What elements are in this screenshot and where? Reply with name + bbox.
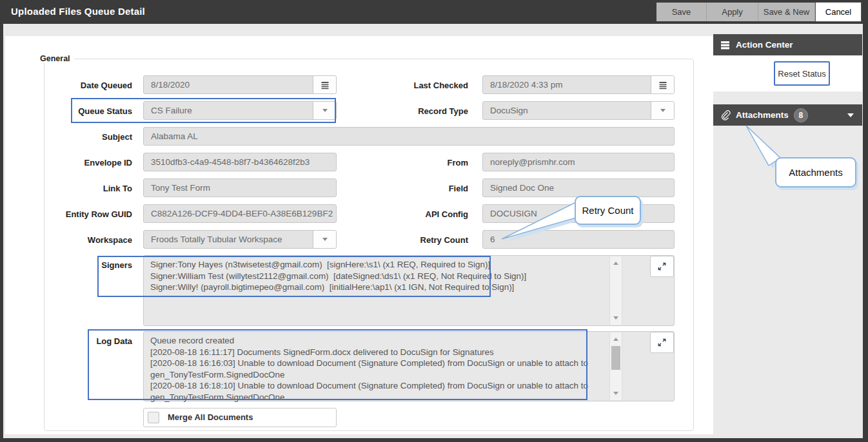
window-bottom-border xyxy=(0,438,868,442)
signers-label: Signers xyxy=(42,260,132,270)
last-checked-value[interactable]: 8/18/2020 4:33 pm xyxy=(483,76,651,93)
merge-all-documents-row: Merge All Documents xyxy=(143,408,337,427)
record-type-label: Record Type xyxy=(378,106,468,116)
expand-icon xyxy=(657,262,667,271)
subject-label: Subject xyxy=(42,132,132,142)
paperclip-icon xyxy=(720,110,731,120)
queue-status-label: Queue Status xyxy=(42,106,132,116)
log-data-text: Queue record created [2020-08-18 16:11:1… xyxy=(150,335,600,403)
chevron-down-icon[interactable] xyxy=(847,113,854,117)
scroll-down-icon[interactable] xyxy=(613,392,618,395)
titlebar: Uploaded Files Queue Detail Save Apply S… xyxy=(0,0,868,24)
date-queued-label: Date Queued xyxy=(42,81,132,90)
attachments-title: Attachments xyxy=(736,110,789,120)
chevron-down-icon xyxy=(322,109,328,112)
reset-status-button[interactable]: Reset Status xyxy=(774,61,830,86)
general-legend: General xyxy=(36,54,74,63)
expand-icon xyxy=(657,338,667,347)
workspace-dropdown-button[interactable] xyxy=(313,231,336,248)
action-center-title: Action Center xyxy=(736,40,793,50)
field-label: Field xyxy=(378,184,468,193)
merge-all-documents-label: Merge All Documents xyxy=(168,408,253,427)
window-right-border xyxy=(863,0,868,442)
record-type-dropdown-button[interactable] xyxy=(651,102,674,119)
link-to-input[interactable]: Tony Test Form xyxy=(143,178,337,197)
from-label: From xyxy=(378,158,468,168)
queue-status-value: CS Failure xyxy=(144,102,313,119)
apply-button[interactable]: Apply xyxy=(707,3,758,21)
signers-scrollbar[interactable] xyxy=(609,256,622,325)
field-input[interactable]: Signed Doc One xyxy=(482,178,675,197)
retry-count-label: Retry Count xyxy=(378,235,468,245)
uploaded-files-queue-detail-window: Uploaded Files Queue Detail Save Apply S… xyxy=(0,0,868,442)
record-type-value: DocuSign xyxy=(483,102,651,119)
link-to-label: Link To xyxy=(42,184,132,193)
calendar-icon xyxy=(320,80,330,90)
last-checked-calendar-button[interactable] xyxy=(651,76,674,93)
merge-all-documents-checkbox[interactable] xyxy=(148,412,159,423)
envelope-id-input[interactable]: 3510dfb3-c4a9-4548-b8f7-b4364628f2b3 xyxy=(143,153,337,171)
subject-input[interactable]: Alabama AL xyxy=(143,127,675,146)
signers-textarea[interactable]: Signer:Tony Hayes (n3twisetest@gmail.com… xyxy=(143,255,675,326)
action-center-icon xyxy=(720,40,731,50)
page-title: Uploaded Files Queue Detail xyxy=(11,6,145,17)
signers-text: Signer:Tony Hayes (n3twisetest@gmail.com… xyxy=(150,259,600,293)
workspace-label: Workspace xyxy=(42,235,132,245)
retry-count-callout-tail xyxy=(498,200,579,244)
window-left-border xyxy=(0,0,3,442)
attachments-header[interactable]: Attachments 8 xyxy=(713,104,862,126)
queue-status-dropdown-button[interactable] xyxy=(313,102,336,119)
chevron-down-icon xyxy=(660,109,666,112)
workspace-value: Froods Totally Tubular Workspace xyxy=(144,231,313,248)
date-queued-calendar-button[interactable] xyxy=(313,76,336,93)
calendar-icon xyxy=(658,80,668,90)
log-data-scrollbar[interactable] xyxy=(609,332,622,400)
scroll-down-icon[interactable] xyxy=(613,316,618,320)
date-queued-value[interactable]: 8/18/2020 xyxy=(144,76,313,93)
last-checked-label: Last Checked xyxy=(378,81,468,90)
record-type-dropdown[interactable]: DocuSign xyxy=(482,101,675,120)
log-data-textarea[interactable]: Queue record created [2020-08-18 16:11:1… xyxy=(143,331,675,401)
save-and-new-button[interactable]: Save & New xyxy=(758,3,815,21)
date-queued-field: 8/18/2020 xyxy=(143,75,337,94)
retry-count-callout: Retry Count xyxy=(575,196,641,225)
signers-expand-button[interactable] xyxy=(650,256,674,277)
scroll-up-icon[interactable] xyxy=(613,338,618,341)
action-center-header: Action Center xyxy=(713,34,862,55)
log-data-expand-button[interactable] xyxy=(650,332,674,353)
scroll-up-icon[interactable] xyxy=(613,262,618,265)
scrollbar-thumb[interactable] xyxy=(611,346,620,370)
last-checked-field: 8/18/2020 4:33 pm xyxy=(482,75,675,94)
save-button[interactable]: Save xyxy=(656,3,707,21)
queue-status-dropdown[interactable]: CS Failure xyxy=(143,101,337,120)
workspace-dropdown[interactable]: Froods Totally Tubular Workspace xyxy=(143,230,337,249)
api-config-label: API Config xyxy=(378,209,468,219)
attachments-count-badge: 8 xyxy=(794,108,808,122)
envelope-id-label: Envelope ID xyxy=(42,158,132,168)
log-data-label: Log Data xyxy=(42,336,132,346)
entity-row-guid-input[interactable]: C882A126-DCF9-4DD4-BEF0-A38E6B129BF2 xyxy=(143,204,337,223)
from-input[interactable]: noreply@prismhr.com xyxy=(482,153,675,171)
cancel-button[interactable]: Cancel xyxy=(815,2,862,22)
chevron-down-icon xyxy=(322,238,328,241)
toolbar: Save Apply Save & New Cancel xyxy=(656,3,862,21)
attachments-callout: Attachments xyxy=(775,157,856,187)
entity-row-guid-label: Entity Row GUID xyxy=(42,209,132,219)
